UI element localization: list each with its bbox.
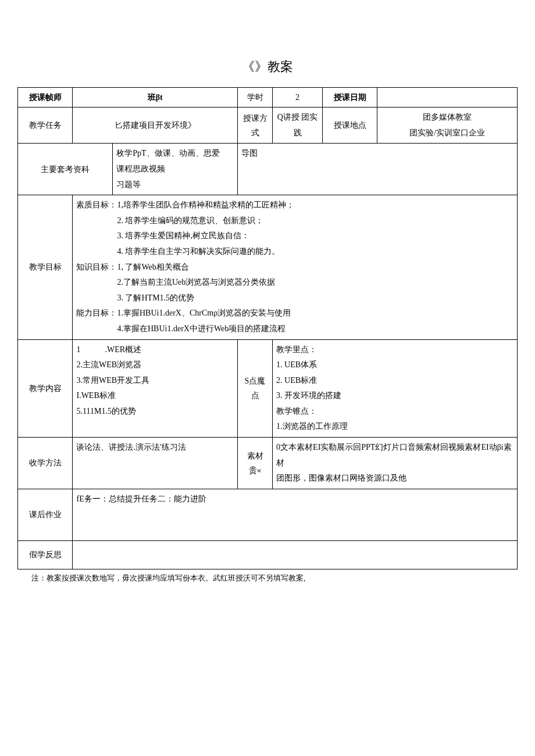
teacher-label: 授课帧师 — [18, 88, 73, 108]
reference-right: 导图 — [237, 144, 517, 195]
table-row: 教学内容 1 .WER概述 2.主流WEB浏览器 3.常用WEB开发工具 I.W… — [18, 339, 518, 438]
reference-label: 主要套考资科 — [18, 144, 113, 195]
hours-label: 学时 — [237, 88, 272, 108]
method-right: 0文本素材EI实勒展示回PPT幻灯片口音频索材回视频素材EI动βi素材 团图形，… — [273, 438, 518, 489]
date-label: 授课日期 — [322, 88, 377, 108]
content-left: 1 .WER概述 2.主流WEB浏览器 3.常用WEB开发工具 I.WEB标准 … — [73, 339, 237, 438]
page-title: 《》教案 — [17, 58, 518, 76]
reference-value: 枚学PpT、做课、动画、思爱 课程思政视频 习题等 — [113, 144, 238, 195]
reflect-label: 假学反思 — [18, 540, 73, 569]
mode-label: 授课方式 — [237, 108, 272, 144]
table-row: 课后作业 fE务一：总结提升任务二：能力进阶 — [18, 489, 518, 540]
class-label: 班βt — [73, 88, 237, 108]
place-value: 团多媒体教室 团实验/实训室口企业 — [377, 108, 518, 144]
date-value — [377, 88, 518, 108]
table-row: 假学反思 — [18, 540, 518, 569]
lesson-plan-table: 授课帧师 班βt 学时 2 授课日期 教学任务 匕搭建项目开发环境》 授课方式 … — [17, 87, 518, 569]
table-row: 教学目标 素质目标：1,培养学生团队合作精神和精益求精的工匠精神； 2. 培养学… — [18, 195, 518, 339]
method-mid-label: 素材贵« — [237, 438, 272, 489]
table-row: 主要套考资科 枚学PpT、做课、动画、思爱 课程思政视频 习题等 导图 — [18, 144, 518, 195]
task-value: 匕搭建项目开发环境》 — [73, 108, 237, 144]
goals-label: 教学目标 — [18, 195, 73, 339]
method-label: 收学方法 — [18, 438, 73, 489]
homework-label: 课后作业 — [18, 489, 73, 540]
hours-value: 2 — [273, 88, 323, 108]
table-row: 授课帧师 班βt 学时 2 授课日期 — [18, 88, 518, 108]
place-label: 授课地点 — [322, 108, 377, 144]
footer-note: 注：教案按授课次数地写，毋次授课均应填写份本衣。武红班授沃可不另填写教案, — [17, 573, 518, 583]
goals-text: 素质目标：1,培养学生团队合作精神和精益求精的工匠精神； 2. 培养学生编码的规… — [73, 195, 518, 339]
table-row: 教学任务 匕搭建项目开发环境》 授课方式 Q讲授 团实践 授课地点 团多媒体教室… — [18, 108, 518, 144]
table-row: 收学方法 谈论法、讲授法.演示法'练习法 素材贵« 0文本素材EI实勒展示回PP… — [18, 438, 518, 489]
reflect-value — [73, 540, 518, 569]
content-mid-label: S点魔点 — [237, 339, 272, 438]
mode-value: Q讲授 团实践 — [273, 108, 323, 144]
content-right: 教学里点： 1. UEB体系 2. UEB标准 3. 开发环境的搭建 教学锥点：… — [273, 339, 518, 438]
homework-value: fE务一：总结提升任务二：能力进阶 — [73, 489, 518, 540]
task-label: 教学任务 — [18, 108, 73, 144]
content-label: 教学内容 — [18, 339, 73, 438]
method-value: 谈论法、讲授法.演示法'练习法 — [73, 438, 237, 489]
